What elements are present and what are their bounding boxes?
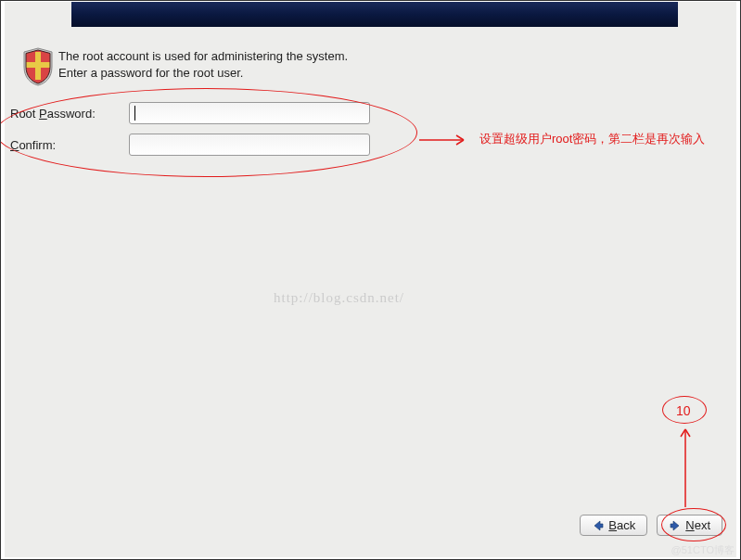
- arrow-right-icon: [669, 519, 682, 532]
- back-button[interactable]: Back: [580, 515, 647, 536]
- bottom-watermark: @51CTO博客: [671, 543, 735, 557]
- confirm-row: Confirm:: [10, 134, 370, 156]
- confirm-label: Confirm:: [10, 138, 129, 152]
- text-cursor: [134, 106, 135, 121]
- password-label: Root Password:: [10, 107, 129, 121]
- arrow-left-icon: [592, 519, 605, 532]
- watermark-text: http://blog.csdn.net/: [274, 290, 404, 306]
- shield-icon: [21, 46, 55, 87]
- confirm-password-input[interactable]: [129, 134, 370, 156]
- password-row: Root Password:: [10, 102, 370, 124]
- next-button[interactable]: Next: [657, 515, 722, 536]
- top-banner: [71, 2, 678, 27]
- installer-window: The root account is used for administeri…: [5, 2, 736, 557]
- annotation-chinese-text: 设置超级用户root密码，第二栏是再次输入: [479, 131, 705, 147]
- root-password-input[interactable]: [129, 102, 370, 124]
- svg-rect-1: [35, 52, 41, 80]
- instruction-text: The root account is used for administeri…: [58, 48, 353, 81]
- navigation-buttons: Back Next: [580, 515, 722, 536]
- password-form: Root Password: Confirm:: [10, 102, 370, 165]
- annotation-step-number: 10: [676, 403, 691, 418]
